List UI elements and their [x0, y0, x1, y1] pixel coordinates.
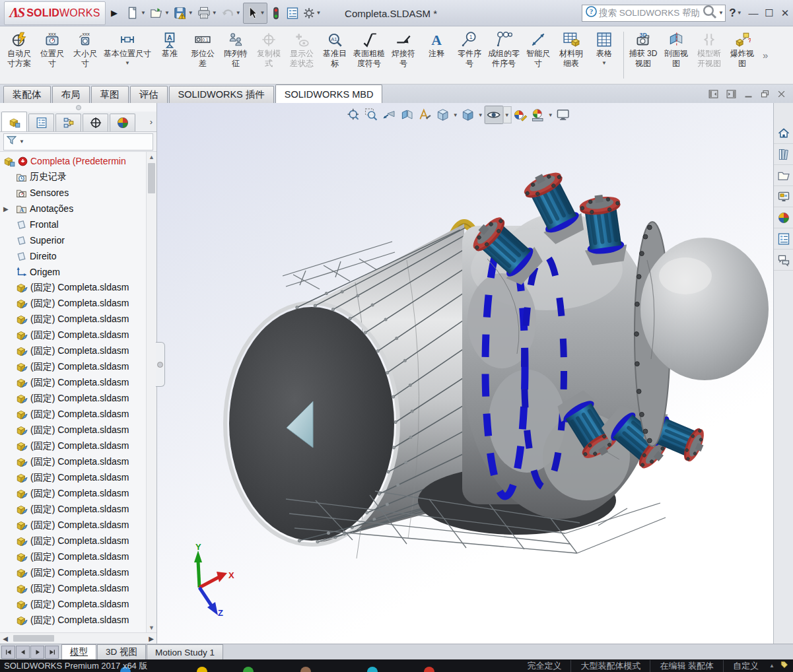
ribbon-overflow-button[interactable]: » [760, 50, 771, 61]
open-button[interactable]: ▼ [148, 3, 171, 23]
tree-item-4[interactable]: Superior [0, 232, 156, 248]
command-tab-2[interactable]: 草图 [91, 86, 129, 103]
tree-filter-input[interactable]: ▼ [3, 133, 153, 151]
taskpane-solidworks-forum-tab[interactable] [774, 250, 793, 271]
surface-finish-symbol-button[interactable]: 表面粗糙度符号 [351, 28, 387, 83]
search-scope-caret[interactable]: ▼ [718, 10, 724, 16]
jet-engine-model[interactable] [157, 103, 773, 644]
apply-scene-button[interactable] [529, 106, 547, 123]
tables-button[interactable]: 表格▼ [588, 28, 621, 83]
close-doc-button[interactable] [776, 89, 786, 99]
tree-item-26[interactable]: (固定) Completa.sldasm [0, 581, 156, 597]
nav-last-button[interactable] [45, 646, 59, 659]
tree-item-8[interactable]: (固定) Completa.sldasm [0, 296, 156, 312]
tree-item-27[interactable]: (固定) Completa.sldasm [0, 597, 156, 613]
exploded-view-button[interactable]: ?爆炸视图 [726, 28, 759, 83]
minimize-button[interactable]: — [745, 1, 761, 26]
tree-item-21[interactable]: (固定) Completa.sldasm [0, 502, 156, 518]
view-settings-button[interactable] [554, 106, 572, 123]
collapse-right-pane-button[interactable] [726, 88, 737, 100]
command-tab-0[interactable]: 装配体 [3, 86, 51, 103]
command-tab-1[interactable]: 布局 [52, 86, 90, 103]
taskpane-appearances-scenes-tab[interactable] [774, 207, 793, 228]
taskpane-custom-properties-tab[interactable] [774, 228, 793, 250]
location-dimension-button[interactable]: xxx位置尺寸 [36, 28, 69, 83]
bill-of-materials-button[interactable]: 材料明细表 [555, 28, 588, 83]
geometric-tolerance-button[interactable]: 0.1形位公差 [186, 28, 219, 83]
status-tag-icon[interactable] [780, 660, 789, 671]
hide-show-items-caret[interactable]: ▼ [503, 106, 511, 123]
configuration-manager-tab[interactable] [55, 114, 81, 131]
taskpane-view-palette-tab[interactable] [774, 186, 793, 207]
expand-arrow-icon[interactable]: ▶ [3, 205, 9, 213]
tree-item-28[interactable]: (固定) Completa.sldasm [0, 613, 156, 628]
taskpane-file-explorer-tab[interactable] [774, 165, 793, 186]
tree-item-19[interactable]: (固定) Completa.sldasm [0, 470, 156, 486]
tree-item-17[interactable]: (固定) Completa.sldasm [0, 438, 156, 454]
taskpane-design-library-tab[interactable] [774, 144, 793, 165]
hide-show-items-button[interactable] [484, 106, 503, 124]
nav-first-button[interactable] [1, 646, 15, 659]
print-button[interactable]: ▼ [195, 3, 219, 23]
hscroll-thumb[interactable] [13, 635, 54, 642]
filter-caret[interactable]: ▼ [19, 139, 24, 145]
pattern-feature-button[interactable]: 阵列特征 [219, 28, 252, 83]
section-view-button[interactable] [398, 106, 416, 123]
tree-item-2[interactable]: ▶AAnotações [0, 201, 156, 217]
tree-item-15[interactable]: (固定) Completa.sldasm [0, 407, 156, 422]
tree-vertical-scrollbar[interactable]: ▲ ▼ [146, 152, 156, 632]
nav-prev-button[interactable] [16, 646, 30, 659]
tree-item-13[interactable]: (固定) Completa.sldasm [0, 375, 156, 391]
nav-next-button[interactable] [30, 646, 44, 659]
panel-grip[interactable] [0, 103, 156, 112]
capture-3d-view-button[interactable]: 3D捕获 3D视图 [627, 28, 660, 83]
save-button[interactable]: ▼ [172, 3, 195, 23]
search-icon[interactable] [702, 4, 718, 22]
taskpane-home-tab[interactable] [774, 123, 793, 144]
bottom-tab-2[interactable]: Motion Study 1 [147, 644, 223, 659]
scroll-right-arrow[interactable]: ▶ [146, 635, 156, 642]
maximize-button[interactable]: ☐ [761, 1, 777, 26]
note-button[interactable]: A注释 [420, 28, 453, 83]
tree-item-16[interactable]: (固定) Completa.sldasm [0, 422, 156, 438]
tree-item-9[interactable]: (固定) Completa.sldasm [0, 312, 156, 327]
graphics-viewport[interactable]: ▼▼▼▼ [157, 103, 773, 644]
interference-check-button[interactable] [268, 3, 284, 23]
tree-item-25[interactable]: (固定) Completa.sldasm [0, 565, 156, 581]
new-document-button[interactable]: ▼ [124, 3, 147, 23]
document-properties-button[interactable] [285, 3, 300, 23]
section-view-button[interactable]: 剖面视图 [660, 28, 693, 83]
edit-appearance-button[interactable] [511, 106, 529, 123]
tree-root-item[interactable]: Completa (Predetermin [0, 153, 156, 169]
search-input[interactable] [598, 7, 702, 18]
scroll-down-arrow[interactable]: ▼ [147, 622, 156, 632]
balloon-button[interactable]: 1零件序号 [453, 28, 486, 83]
toolbar-flyout-arrow[interactable]: ▶ [111, 8, 118, 18]
scroll-up-arrow[interactable]: ▲ [147, 152, 156, 162]
restore-doc-button[interactable] [760, 89, 770, 99]
zoom-to-fit-button[interactable] [345, 106, 362, 123]
zoom-to-area-button[interactable] [362, 106, 380, 123]
tree-item-10[interactable]: (固定) Completa.sldasm [0, 327, 156, 343]
minimize-doc-button[interactable] [743, 89, 753, 99]
auto-dimension-scheme-button[interactable]: 自动尺寸方案 [3, 28, 36, 83]
weld-symbol-button[interactable]: 焊接符号 [387, 28, 420, 83]
tree-item-5[interactable]: Direito [0, 248, 156, 264]
tree-item-3[interactable]: Frontal [0, 217, 156, 232]
datum-target-button[interactable]: A1基准目标 [318, 28, 351, 83]
stacked-balloon-button[interactable]: 成组的零件序号 [486, 28, 522, 83]
display-manager-tab[interactable] [110, 114, 135, 131]
property-manager-tab[interactable] [28, 114, 54, 131]
tree-item-23[interactable]: (固定) Completa.sldasm [0, 533, 156, 549]
command-tab-5[interactable]: SOLIDWORKS MBD [275, 84, 383, 103]
select-button[interactable]: ▼ [243, 3, 267, 24]
featuremanager-tab[interactable] [1, 112, 27, 131]
tree-item-24[interactable]: (固定) Completa.sldasm [0, 549, 156, 565]
status-caret[interactable]: ▲ [769, 663, 775, 669]
datum-button[interactable]: A基准 [153, 28, 186, 83]
panel-splitter-handle[interactable] [156, 342, 165, 387]
tree-horizontal-scrollbar[interactable]: ◀ ▶ [0, 632, 156, 644]
display-style-caret[interactable]: ▼ [477, 112, 484, 118]
tree-item-14[interactable]: (固定) Completa.sldasm [0, 391, 156, 407]
previous-view-button[interactable] [380, 106, 398, 123]
